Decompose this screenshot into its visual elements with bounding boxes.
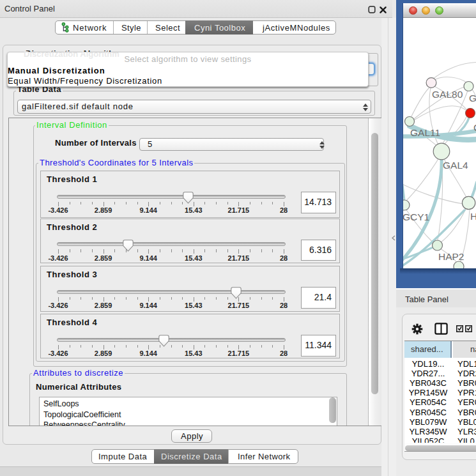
svg-text:H: H [470,211,476,222]
svg-text:GAL11: GAL11 [410,127,440,138]
svg-text:GAL80: GAL80 [432,89,463,100]
svg-text:C: C [473,122,476,133]
svg-text:GA: GA [469,93,476,104]
svg-text:HAP2: HAP2 [438,251,464,262]
svg-text:GAL4: GAL4 [443,160,468,171]
svg-text:GCY1: GCY1 [403,211,429,222]
